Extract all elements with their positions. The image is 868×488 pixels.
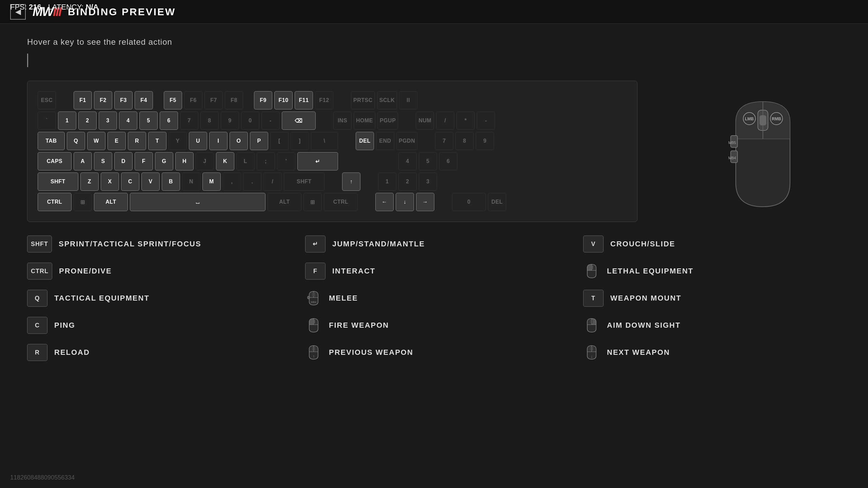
key-z[interactable]: Z [80,172,99,191]
key-m[interactable]: M [202,172,221,191]
key-enter[interactable]: ↵ [297,152,338,170]
key-num1[interactable]: 1 [378,172,396,191]
key-t[interactable]: T [148,132,166,150]
key-ins[interactable]: INS [333,111,352,130]
key-f1[interactable]: F1 [74,91,92,109]
key-3[interactable]: 3 [99,111,117,130]
key-0[interactable]: 0 [241,111,259,130]
key-f8[interactable]: F8 [225,91,243,109]
key-7[interactable]: 7 [180,111,198,130]
key-f9[interactable]: F9 [254,91,272,109]
key-f10[interactable]: F10 [274,91,293,109]
key-k[interactable]: K [216,152,234,170]
key-prtsc[interactable]: PRTSC [351,91,375,109]
key-numminus[interactable]: - [477,111,495,130]
key-lwin[interactable]: ⊞ [74,193,92,211]
key-lalt[interactable]: ALT [94,193,128,211]
key-ralt[interactable]: ALT [268,193,301,211]
key-i[interactable]: I [209,132,228,150]
key-f3[interactable]: F3 [114,91,133,109]
key-num4[interactable]: 4 [398,152,417,170]
key-space[interactable]: ⎵ [130,193,265,211]
key-lctrl[interactable]: CTRL [38,193,72,211]
key-pgup[interactable]: PGUP [377,111,398,130]
key-rwin[interactable]: ⊞ [303,193,322,211]
key-l[interactable]: L [236,152,255,170]
key-y[interactable]: Y [169,132,187,150]
key-4[interactable]: 4 [119,111,137,130]
key-f6[interactable]: F6 [184,91,202,109]
key-slash[interactable]: / [263,172,282,191]
key-quote[interactable]: ' [277,152,295,170]
key-tab[interactable]: TAB [38,132,65,150]
key-esc[interactable]: ESC [38,91,56,109]
key-d[interactable]: D [114,152,133,170]
key-5[interactable]: 5 [139,111,158,130]
key-p[interactable]: P [250,132,268,150]
key-c[interactable]: C [121,172,139,191]
key-o[interactable]: O [230,132,248,150]
key-num5[interactable]: 5 [419,152,437,170]
key-home[interactable]: HOME [354,111,375,130]
key-6[interactable]: 6 [160,111,178,130]
key-numslash[interactable]: / [436,111,454,130]
key-v[interactable]: V [141,172,160,191]
key-h[interactable]: H [175,152,194,170]
key-lshift[interactable]: SHFT [38,172,78,191]
key-caps[interactable]: CAPS [38,152,72,170]
key-backtick[interactable]: ` [38,111,56,130]
key-e[interactable]: E [107,132,126,150]
key-backslash[interactable]: \ [311,132,338,150]
key-down[interactable]: ↓ [396,193,414,211]
key-num[interactable]: NUM [416,111,434,130]
key-f12[interactable]: F12 [315,91,333,109]
key-2[interactable]: 2 [78,111,97,130]
key-n[interactable]: N [182,172,200,191]
key-x[interactable]: X [101,172,119,191]
key-pgdn[interactable]: PGDN [396,132,417,150]
key-w[interactable]: W [87,132,105,150]
key-a[interactable]: A [74,152,92,170]
key-f7[interactable]: F7 [204,91,223,109]
key-rbracket[interactable]: ] [291,132,309,150]
key-num0[interactable]: 0 [452,193,486,211]
key-r[interactable]: R [128,132,146,150]
key-f2[interactable]: F2 [94,91,112,109]
key-s[interactable]: S [94,152,112,170]
key-period[interactable]: . [243,172,261,191]
key-9[interactable]: 9 [221,111,239,130]
key-q[interactable]: Q [67,132,85,150]
key-minus[interactable]: - [261,111,280,130]
key-backspace[interactable]: ⌫ [282,111,316,130]
key-f11[interactable]: F11 [295,91,313,109]
key-g[interactable]: G [155,152,173,170]
key-num3[interactable]: 3 [419,172,437,191]
key-rshift[interactable]: SHFT [284,172,324,191]
key-rctrl[interactable]: CTRL [324,193,358,211]
key-left[interactable]: ← [375,193,394,211]
key-right[interactable]: → [416,193,434,211]
key-end[interactable]: END [376,132,394,150]
key-num2[interactable]: 2 [398,172,417,191]
key-del[interactable]: DEL [356,132,374,150]
key-f[interactable]: F [135,152,153,170]
key-up[interactable]: ↑ [342,172,360,191]
key-j[interactable]: J [196,152,214,170]
key-u[interactable]: U [189,132,207,150]
key-semicolon[interactable]: ; [257,152,275,170]
key-8[interactable]: 8 [200,111,219,130]
key-num8[interactable]: 8 [455,132,474,150]
key-numstar[interactable]: * [456,111,475,130]
key-f5[interactable]: F5 [164,91,182,109]
key-b[interactable]: B [162,172,180,191]
key-sclk[interactable]: SCLK [377,91,397,109]
key-lbracket[interactable]: [ [270,132,289,150]
key-num9[interactable]: 9 [476,132,494,150]
key-num7[interactable]: 7 [435,132,453,150]
key-pause[interactable]: II [399,91,417,109]
key-numdel[interactable]: DEL [488,193,506,211]
key-1[interactable]: 1 [58,111,76,130]
key-num6[interactable]: 6 [439,152,457,170]
key-comma[interactable]: , [223,172,241,191]
key-f4[interactable]: F4 [135,91,153,109]
